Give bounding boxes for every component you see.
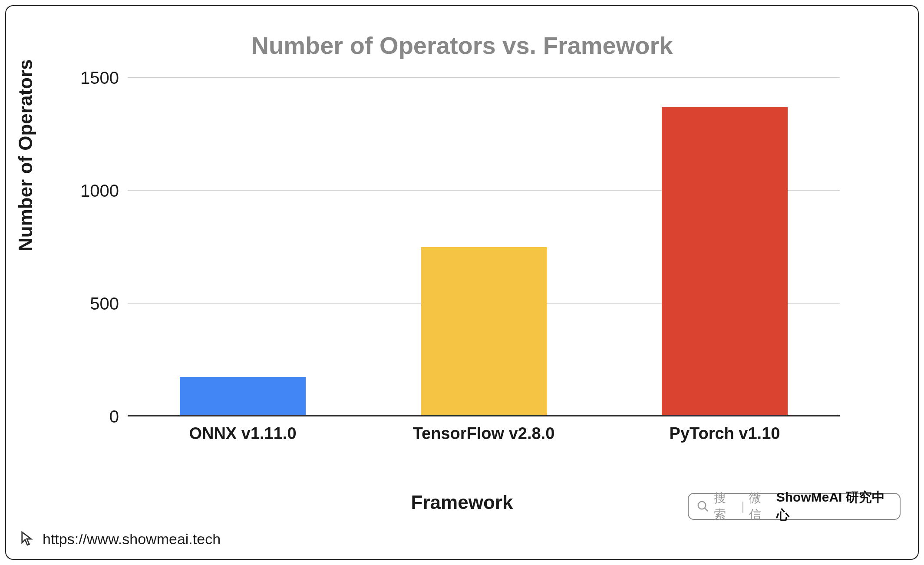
plot-area: 0 500 1000 1500 ONNX v1.11.0 TensorFlow … xyxy=(128,78,840,416)
chart-container: Number of Operators vs. Framework Number… xyxy=(5,5,919,560)
bar-onnx xyxy=(180,377,306,416)
search-provider: 微信 xyxy=(749,490,772,523)
y-tick-label: 0 xyxy=(58,407,119,426)
y-axis-label: Number of Operators xyxy=(15,59,36,251)
search-brand: ShowMeAI 研究中心 xyxy=(776,489,892,524)
x-tick-label: ONNX v1.11.0 xyxy=(189,424,296,443)
x-tick-label: PyTorch v1.10 xyxy=(670,424,780,443)
svg-line-1 xyxy=(705,508,708,512)
gridline xyxy=(128,77,840,78)
footer: https://www.showmeai.tech xyxy=(18,530,221,548)
search-label: 搜索 xyxy=(714,490,737,523)
search-divider: | xyxy=(741,499,744,513)
x-axis-line xyxy=(128,415,840,416)
search-icon xyxy=(696,500,710,513)
y-tick-label: 1500 xyxy=(58,68,119,88)
bar-tensorflow xyxy=(421,247,547,416)
y-tick-label: 1000 xyxy=(58,181,119,201)
search-box[interactable]: 搜索 | 微信 ShowMeAI 研究中心 xyxy=(688,493,901,520)
footer-url[interactable]: https://www.showmeai.tech xyxy=(43,531,221,548)
cursor-icon xyxy=(18,530,36,548)
bar-pytorch xyxy=(662,107,788,416)
x-tick-label: TensorFlow v2.8.0 xyxy=(413,424,555,443)
svg-point-0 xyxy=(698,502,706,509)
chart-title: Number of Operators vs. Framework xyxy=(6,31,918,59)
y-tick-label: 500 xyxy=(58,294,119,314)
